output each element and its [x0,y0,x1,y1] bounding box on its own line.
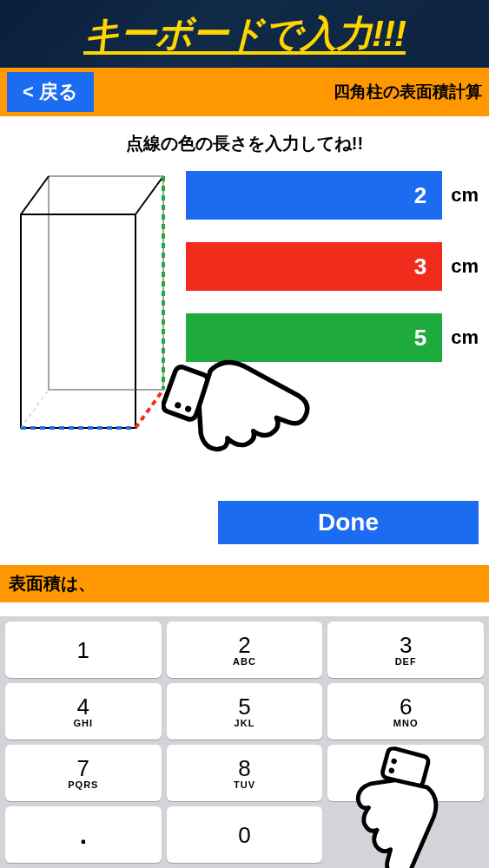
svg-line-2 [21,176,49,214]
key-2[interactable]: 2ABC [167,621,323,678]
key-6[interactable]: 6MNO [327,683,484,740]
depth-value: 3 [414,253,426,280]
key-9[interactable]: 9WXYZ [327,745,484,801]
back-button[interactable]: < 戻る [7,72,94,112]
banner-text: キーボードで入力!!! [83,10,406,58]
svg-marker-1 [21,214,135,428]
unit-label: cm [451,326,479,349]
topbar: < 戻る 四角柱の表面積計算 [0,68,489,116]
svg-marker-0 [49,176,163,390]
height-value: 5 [414,325,426,352]
key-1[interactable]: 1 [5,621,162,678]
result-label: 表面積は、 [9,574,96,593]
width-input[interactable]: 2 [186,171,442,220]
promo-banner: キーボードで入力!!! [0,0,489,68]
instruction-text: 点線の色の長さを入力してね!! [0,116,489,168]
page-title: 四角柱の表面積計算 [334,81,482,103]
width-value: 2 [414,182,426,209]
key-4[interactable]: 4GHI [5,683,162,740]
result-bar: 表面積は、 [0,565,489,602]
input-row-blue: 2 cm [186,171,479,220]
unit-label: cm [451,255,479,278]
key-empty [327,806,484,863]
done-button[interactable]: Done [218,501,479,544]
dimension-inputs: 2 cm 3 cm 5 cm [186,168,479,445]
svg-line-8 [21,390,49,428]
done-label: Done [318,509,379,536]
key-dot[interactable]: . [5,806,162,863]
depth-input[interactable]: 3 [186,242,442,291]
input-row-red: 3 cm [186,242,479,291]
back-button-label: < 戻る [23,79,78,105]
numeric-keypad: 1 2ABC 3DEF 4GHI 5JKL 6MNO 7PQRS 8TUV 9W… [0,616,489,868]
height-input[interactable]: 5 [186,313,442,362]
svg-line-5 [135,390,163,428]
key-3[interactable]: 3DEF [327,621,484,678]
svg-line-3 [135,176,163,214]
cuboid-diagram [10,168,175,445]
figure-inputs-row: 2 cm 3 cm 5 cm [0,168,489,445]
input-row-green: 5 cm [186,313,479,362]
key-0[interactable]: 0 [167,806,323,863]
key-7[interactable]: 7PQRS [5,745,162,801]
key-8[interactable]: 8TUV [167,745,323,801]
key-5[interactable]: 5JKL [167,683,323,740]
unit-label: cm [451,184,479,207]
